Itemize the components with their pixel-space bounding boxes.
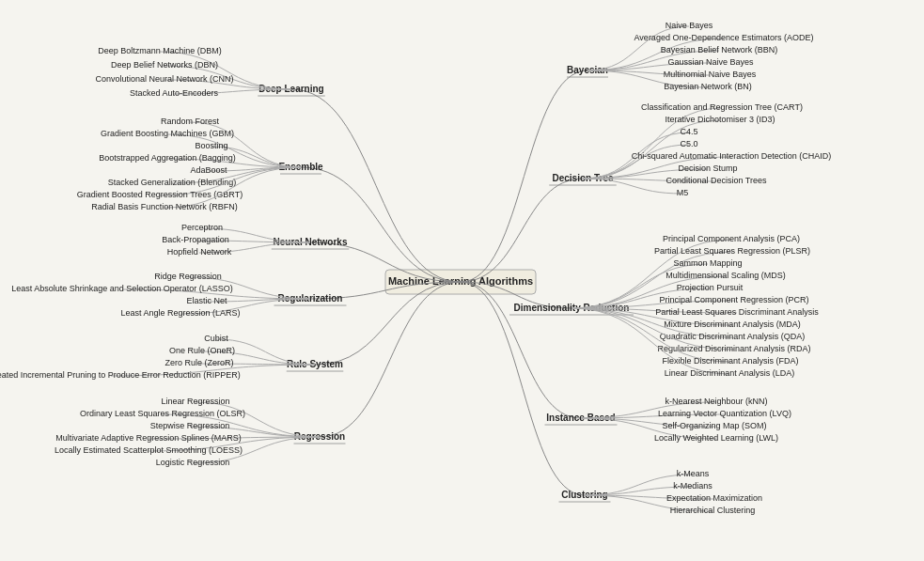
svg-text:Quadratic Discriminant Analysi: Quadratic Discriminant Analysis (QDA) xyxy=(660,332,806,341)
svg-text:Decision Stump: Decision Stump xyxy=(678,164,737,173)
svg-text:k-Means: k-Means xyxy=(677,469,710,478)
svg-text:Principal Component Analysis (: Principal Component Analysis (PCA) xyxy=(663,234,800,243)
svg-text:Neural Networks: Neural Networks xyxy=(274,237,348,247)
svg-text:Deep Belief Networks (DBN): Deep Belief Networks (DBN) xyxy=(111,60,218,70)
svg-text:Partial Least Squares Regressi: Partial Least Squares Regression (PLSR) xyxy=(654,246,810,256)
svg-text:k-Nearest Neighbour (kNN): k-Nearest Neighbour (kNN) xyxy=(665,397,767,406)
svg-text:Expectation Maximization: Expectation Maximization xyxy=(666,493,762,503)
svg-text:Zero Rule (ZeroR): Zero Rule (ZeroR) xyxy=(164,358,233,367)
svg-text:Machine Learning Algorithms: Machine Learning Algorithms xyxy=(388,275,533,287)
svg-text:Elastic Net: Elastic Net xyxy=(186,296,227,305)
svg-text:k-Medians: k-Medians xyxy=(673,481,713,491)
svg-text:M5: M5 xyxy=(677,188,689,197)
svg-text:Linear Discriminant Analysis (: Linear Discriminant Analysis (LDA) xyxy=(665,368,795,378)
svg-text:Chi-squared Automatic Interact: Chi-squared Automatic Interaction Detect… xyxy=(632,151,832,161)
svg-text:Iterative Dichotomiser 3 (ID3): Iterative Dichotomiser 3 (ID3) xyxy=(665,115,775,124)
svg-text:Perceptron: Perceptron xyxy=(181,223,223,232)
svg-text:Projection Pursuit: Projection Pursuit xyxy=(677,283,744,292)
svg-text:Flexible Discriminant Analysis: Flexible Discriminant Analysis (FDA) xyxy=(662,356,798,366)
svg-text:Sammon Mapping: Sammon Mapping xyxy=(673,258,742,268)
svg-text:Back-Propagation: Back-Propagation xyxy=(162,235,229,244)
svg-text:Classification and Regression : Classification and Regression Tree (CART… xyxy=(641,102,803,112)
svg-text:Self-Organizing Map (SOM): Self-Organizing Map (SOM) xyxy=(662,421,766,430)
svg-text:Mixture Discriminant Analysis : Mixture Discriminant Analysis (MDA) xyxy=(664,319,801,329)
svg-text:Least Absolute Shrinkage and S: Least Absolute Shrinkage and Selection O… xyxy=(11,284,233,293)
svg-text:AdaBoost: AdaBoost xyxy=(190,165,227,175)
svg-text:Naive Bayes: Naive Bayes xyxy=(666,21,713,30)
svg-text:Stepwise Regression: Stepwise Regression xyxy=(150,421,230,430)
svg-text:Stacked Auto-Encoders: Stacked Auto-Encoders xyxy=(130,88,219,98)
svg-text:One Rule (OneR): One Rule (OneR) xyxy=(169,346,235,355)
svg-text:C5.0: C5.0 xyxy=(680,139,697,148)
svg-text:Convolutional Neural Network (: Convolutional Neural Network (CNN) xyxy=(95,74,233,84)
svg-text:Multivariate Adaptive Regressi: Multivariate Adaptive Regression Splines… xyxy=(55,433,242,443)
svg-text:Radial Basis Function Network : Radial Basis Function Network (RBFN) xyxy=(91,202,238,211)
svg-text:Locally Estimated Scatterplot : Locally Estimated Scatterplot Smoothing … xyxy=(55,445,243,455)
svg-text:Least Angle Regression (LARS): Least Angle Regression (LARS) xyxy=(120,308,240,318)
mindmap-container: Machine Learning AlgorithmsDeep Learning… xyxy=(0,0,924,561)
svg-text:Random Forest: Random Forest xyxy=(161,117,220,126)
svg-text:Multinomial Naive Bayes: Multinomial Naive Bayes xyxy=(664,70,757,79)
svg-text:Hopfield Network: Hopfield Network xyxy=(167,247,232,257)
svg-text:Boosting: Boosting xyxy=(195,141,227,150)
svg-text:Conditional Decision Trees: Conditional Decision Trees xyxy=(666,176,767,185)
svg-text:Hierarchical Clustering: Hierarchical Clustering xyxy=(670,506,756,515)
svg-text:Bootstrapped Aggregation (Bagg: Bootstrapped Aggregation (Bagging) xyxy=(99,153,236,163)
svg-text:Learning Vector Quantization (: Learning Vector Quantization (LVQ) xyxy=(658,409,791,418)
svg-text:Ridge Regression: Ridge Regression xyxy=(154,272,222,281)
svg-text:Deep Boltzmann Machine (DBM): Deep Boltzmann Machine (DBM) xyxy=(98,46,222,55)
mindmap-svg: Machine Learning AlgorithmsDeep Learning… xyxy=(0,0,924,561)
svg-text:Linear Regression: Linear Regression xyxy=(161,397,229,406)
svg-text:Repeated Incremental Pruning t: Repeated Incremental Pruning to Produce … xyxy=(0,370,241,380)
svg-text:Gaussian Naive Bayes: Gaussian Naive Bayes xyxy=(667,57,754,67)
svg-text:Logistic Regression: Logistic Regression xyxy=(156,458,230,467)
svg-text:Multidimensional Scaling (MDS): Multidimensional Scaling (MDS) xyxy=(666,271,786,280)
svg-text:Bayesian Network (BN): Bayesian Network (BN) xyxy=(664,82,752,91)
svg-text:Locally Weighted Learning (LWL: Locally Weighted Learning (LWL) xyxy=(654,433,778,443)
svg-text:Bayesian Belief Network (BBN): Bayesian Belief Network (BBN) xyxy=(661,45,778,55)
svg-text:Ordinary Least Squares Regress: Ordinary Least Squares Regression (OLSR) xyxy=(80,409,245,418)
svg-text:Gradient Boosting Machines (GB: Gradient Boosting Machines (GBM) xyxy=(101,129,234,138)
svg-text:Partial Least Squares Discrimi: Partial Least Squares Discriminant Analy… xyxy=(655,307,819,317)
svg-text:C4.5: C4.5 xyxy=(680,127,697,136)
svg-text:Principal Component Regression: Principal Component Regression (PCR) xyxy=(659,295,808,304)
svg-text:Averaged One-Dependence Estima: Averaged One-Dependence Estimators (AODE… xyxy=(634,33,814,42)
svg-text:Cubist: Cubist xyxy=(204,334,228,343)
svg-text:Gradient Boosted Regression Tr: Gradient Boosted Regression Trees (GBRT) xyxy=(77,190,243,199)
